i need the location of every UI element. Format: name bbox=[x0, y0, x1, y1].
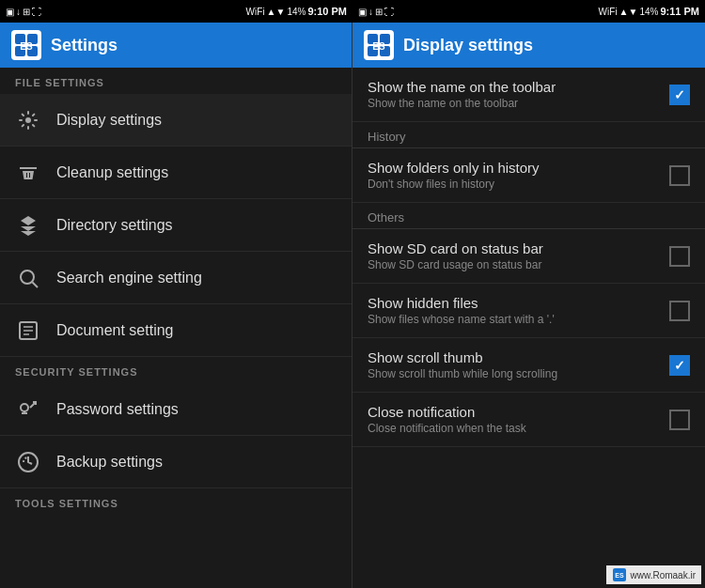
display-icon bbox=[15, 107, 41, 133]
checkbox-sd[interactable] bbox=[669, 246, 690, 267]
app-icon-r2: ⛶ bbox=[384, 7, 394, 17]
checkbox-close[interactable] bbox=[669, 410, 690, 430]
security-settings-header: SECURITY SETTINGS bbox=[0, 357, 352, 383]
signal-icon-left: ▲▼ bbox=[267, 7, 286, 17]
svg-point-12 bbox=[21, 404, 28, 411]
document-label: Document setting bbox=[56, 322, 174, 339]
backup-icon bbox=[15, 449, 41, 475]
right-panel: ▣ ↓ ⊞ ⛶ WiFi ▲▼ 14% 9:11 PM ES Display s… bbox=[352, 0, 705, 588]
setting-close-desc: Close notification when the task bbox=[368, 422, 660, 435]
menu-item-document[interactable]: Document setting bbox=[0, 304, 352, 357]
svg-line-7 bbox=[33, 282, 39, 287]
svg-text:ES: ES bbox=[372, 41, 385, 52]
setting-scroll-thumb[interactable]: Show scroll thumb Show scroll thumb whil… bbox=[352, 338, 705, 393]
menu-item-directory[interactable]: Directory settings bbox=[0, 199, 352, 252]
left-app-bar: ES Settings bbox=[0, 23, 352, 68]
battery-right: 14% bbox=[639, 7, 658, 17]
battery-left: 14% bbox=[287, 7, 306, 17]
left-title: Settings bbox=[51, 36, 118, 55]
setting-hidden-title: Show hidden files bbox=[368, 295, 660, 311]
wifi-icon-left: WiFi bbox=[246, 7, 265, 17]
svg-text:ES: ES bbox=[20, 41, 33, 52]
svg-point-6 bbox=[21, 271, 34, 284]
watermark-text: www.Romaak.ir bbox=[631, 570, 696, 580]
setting-toolbar-name-title: Show the name on the toolbar bbox=[368, 79, 660, 95]
menu-item-search[interactable]: Search engine setting bbox=[0, 252, 352, 304]
download-icon-r: ↓ bbox=[368, 7, 373, 17]
checkbox-history-folders[interactable] bbox=[669, 165, 690, 186]
right-title: Display settings bbox=[403, 36, 533, 55]
search-menu-icon bbox=[15, 265, 41, 291]
tools-settings-header: TOOLS SETTINGS bbox=[0, 488, 352, 515]
file-settings-header: FILE SETTINGS bbox=[0, 68, 352, 94]
right-status-icons-left: ▣ ↓ ⊞ ⛶ bbox=[358, 7, 394, 17]
setting-toolbar-name-desc: Show the name on the toolbar bbox=[368, 97, 660, 110]
setting-hidden-files[interactable]: Show hidden files Show files whose name … bbox=[352, 284, 705, 338]
app-icon-1: ⊞ bbox=[23, 7, 30, 17]
setting-scroll-title: Show scroll thumb bbox=[368, 349, 660, 365]
svg-point-5 bbox=[25, 117, 31, 123]
time-left: 9:10 PM bbox=[307, 6, 347, 17]
menu-item-cleanup[interactable]: Cleanup settings bbox=[0, 147, 352, 199]
document-icon bbox=[15, 317, 41, 344]
app-icon-r1: ⊞ bbox=[375, 7, 383, 17]
settings-list: Show the name on the toolbar Show the na… bbox=[352, 68, 705, 588]
notification-icon-r: ▣ bbox=[358, 7, 367, 17]
watermark-icon: ES bbox=[612, 567, 627, 582]
time-right: 9:11 PM bbox=[660, 6, 699, 17]
left-panel: ▣ ↓ ⊞ ⛶ WiFi ▲▼ 14% 9:10 PM ES Settings … bbox=[0, 0, 352, 588]
svg-text:ES: ES bbox=[615, 572, 624, 579]
setting-scroll-desc: Show scroll thumb while long scrolling bbox=[368, 367, 660, 380]
setting-sd-status[interactable]: Show SD card on status bar Show SD card … bbox=[352, 229, 705, 284]
right-system-icons: WiFi ▲▼ 14% 9:11 PM bbox=[599, 6, 699, 17]
left-status-icons: ▣ ↓ ⊞ ⛶ bbox=[6, 7, 41, 17]
directory-label: Directory settings bbox=[56, 217, 173, 234]
directory-icon bbox=[15, 212, 41, 239]
setting-toolbar-name[interactable]: Show the name on the toolbar Show the na… bbox=[352, 68, 705, 122]
app-icon-2: ⛶ bbox=[32, 7, 41, 17]
notification-icon: ▣ bbox=[6, 7, 14, 17]
others-section-label: Others bbox=[352, 203, 705, 229]
setting-history-folders-desc: Don't show files in history bbox=[368, 178, 660, 191]
checkbox-hidden[interactable] bbox=[669, 301, 690, 321]
search-label: Search engine setting bbox=[56, 270, 202, 286]
display-label: Display settings bbox=[56, 112, 162, 129]
setting-sd-desc: Show SD card usage on status bar bbox=[368, 258, 660, 271]
setting-close-notification[interactable]: Close notification Close notification wh… bbox=[352, 393, 705, 447]
cleanup-label: Cleanup settings bbox=[56, 164, 168, 181]
cleanup-icon bbox=[15, 160, 41, 186]
app-icon-left: ES bbox=[11, 30, 41, 60]
left-system-icons: WiFi ▲▼ 14% 9:10 PM bbox=[246, 6, 347, 17]
setting-sd-title: Show SD card on status bar bbox=[368, 240, 660, 256]
signal-icon-right: ▲▼ bbox=[619, 7, 638, 17]
status-bar-left: ▣ ↓ ⊞ ⛶ WiFi ▲▼ 14% 9:10 PM bbox=[0, 0, 352, 23]
menu-item-password[interactable]: Password settings bbox=[0, 383, 352, 436]
password-icon bbox=[15, 396, 41, 423]
menu-item-backup[interactable]: Backup settings bbox=[0, 436, 352, 488]
right-app-bar: ES Display settings bbox=[352, 23, 705, 68]
download-icon: ↓ bbox=[16, 7, 21, 17]
app-icon-right: ES bbox=[364, 30, 394, 60]
password-label: Password settings bbox=[56, 401, 179, 418]
setting-history-folders-title: Show folders only in history bbox=[368, 160, 660, 176]
status-bar-right: ▣ ↓ ⊞ ⛶ WiFi ▲▼ 14% 9:11 PM bbox=[352, 0, 705, 23]
setting-close-title: Close notification bbox=[368, 404, 660, 420]
wifi-icon-right: WiFi bbox=[599, 7, 618, 17]
setting-hidden-desc: Show files whose name start with a '.' bbox=[368, 313, 660, 326]
history-section-label: History bbox=[352, 122, 705, 148]
setting-history-folders[interactable]: Show folders only in history Don't show … bbox=[352, 148, 705, 203]
checkbox-scroll[interactable] bbox=[669, 355, 690, 376]
watermark: ES www.Romaak.ir bbox=[606, 565, 701, 584]
checkbox-toolbar-name[interactable] bbox=[669, 85, 690, 105]
backup-label: Backup settings bbox=[56, 454, 163, 471]
menu-item-display[interactable]: Display settings bbox=[0, 94, 352, 147]
